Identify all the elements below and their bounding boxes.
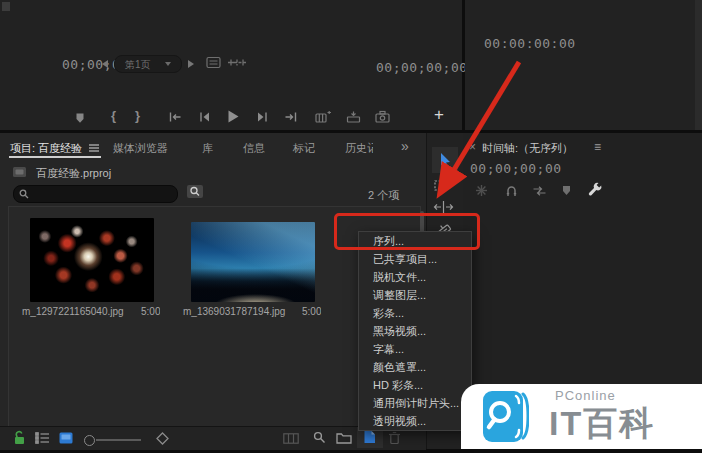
watermark-title: IT百科 [549,401,655,447]
tab-project[interactable]: 项目: 百度经验 [10,141,82,156]
delete-icon[interactable] [388,431,401,445]
menu-item-hd-bars[interactable]: HD 彩条... [359,376,471,394]
clip-duration: 5:00 [302,306,321,317]
play-icon[interactable] [226,109,240,124]
overwrite-icon[interactable] [346,111,361,123]
search-bin-icon[interactable] [186,184,204,199]
next-page-icon[interactable] [188,60,194,68]
close-panel-icon[interactable]: × [469,140,476,154]
zoom-slider-track[interactable] [96,439,141,441]
button-editor-icon[interactable] [228,58,246,67]
chevron-down-icon [165,62,171,66]
timeline-panel-menu-icon[interactable]: ≡ [594,140,601,154]
new-bin-icon[interactable] [336,432,352,444]
tab-history[interactable]: 历史记 [345,141,373,156]
icon-view-icon[interactable] [59,432,73,444]
panel-corner-chip [2,2,10,11]
timeline-marker-icon[interactable] [561,185,572,196]
menu-item-sequence[interactable]: 序列... [359,232,471,250]
automate-to-sequence-icon[interactable] [283,433,299,444]
timeline-settings-wrench-icon[interactable] [587,182,603,198]
monitor-settings-icon[interactable] [206,56,221,69]
active-tab-underline [9,156,101,158]
insert-icon[interactable] [315,111,332,123]
list-view-icon[interactable] [35,432,50,444]
search-box[interactable] [13,185,178,203]
source-monitor-panel: 00;00;00;00 第1页 00;00;00;00 { } [0,0,462,130]
go-to-in-icon[interactable] [168,111,182,123]
button-editor-add-button[interactable]: + [430,105,448,125]
tab-overflow-chevron[interactable]: » [401,138,409,154]
menu-item-transparent-video[interactable]: 透明视频... [359,412,471,430]
menu-item-captions[interactable]: 字幕... [359,340,471,358]
clip-thumbnail-nightsky[interactable] [191,222,315,302]
track-select-tool-icon[interactable] [434,179,454,192]
timeline-timecode[interactable]: 00;00;00;00 [470,161,562,176]
find-icon[interactable] [313,431,326,444]
menu-item-offline-file[interactable]: 脱机文件... [359,268,471,286]
sort-icon[interactable] [156,432,169,445]
premiere-pro-window: 00;00;00;00 第1页 00;00;00;00 { } [0,0,702,453]
clip-duration: 5:00 [141,306,160,317]
program-monitor-panel: 00:00:00:00 [465,0,702,130]
add-marker-icon[interactable] [74,112,86,124]
tab-markers[interactable]: 标记 [293,141,315,156]
search-input[interactable] [32,186,171,202]
snap-magnet-icon[interactable] [505,185,518,197]
page-selector-label: 第1页 [125,58,151,72]
panel-menu-icon[interactable] [89,144,99,152]
timeline-tab-title[interactable]: 时间轴:（无序列） [482,141,573,156]
source-duration-timecode: 00;00;00;00 [376,60,468,75]
mark-in-icon[interactable]: { [111,108,116,123]
panel-edge [695,0,702,130]
selection-tool-button[interactable] [432,147,458,173]
timeline-display-settings-icon[interactable] [475,184,488,197]
mark-out-icon[interactable]: } [135,108,140,123]
tab-libraries[interactable]: 库 [202,141,213,156]
bin-icon [12,166,27,178]
export-frame-icon[interactable] [375,110,390,123]
tab-media-browser[interactable]: 媒体浏览器 [113,141,168,156]
page-selector[interactable]: 第1页 [114,55,182,73]
zoom-slider-handle[interactable] [84,435,95,446]
bin-name[interactable]: 百度经验.prproj [36,166,111,181]
ripple-edit-tool-icon[interactable] [433,200,454,214]
step-back-icon[interactable] [198,111,211,123]
new-item-icon [363,430,376,444]
menu-item-adjustment-layer[interactable]: 调整图层... [359,286,471,304]
go-to-out-icon[interactable] [284,111,298,123]
menu-item-universal-counting-leader[interactable]: 通用倒计时片头... [359,394,471,412]
new-item-context-menu: 序列... 已共享项目... 脱机文件... 调整图层... 彩条... 黑场视… [358,231,472,431]
watermark-logo-icon [483,390,529,443]
program-timecode: 00:00:00:00 [484,36,576,51]
menu-item-shared-project[interactable]: 已共享项目... [359,250,471,268]
tab-info[interactable]: 信息 [243,141,265,156]
search-icon [19,189,29,199]
clip-thumbnail-fireworks[interactable] [30,218,154,302]
menu-item-black-video[interactable]: 黑场视频... [359,322,471,340]
menu-item-color-matte[interactable]: 颜色遮罩... [359,358,471,376]
clip-filename[interactable]: m_1297221165040.jpg [22,306,140,317]
previous-page-icon[interactable] [102,60,108,68]
item-count: 2 个项 [368,188,399,203]
selection-tool-icon [438,152,453,168]
watermark: PConline IT百科 [461,384,702,449]
menu-item-bars-and-tone[interactable]: 彩条... [359,304,471,322]
clip-filename[interactable]: m_1369031787194.jpg [183,306,299,317]
step-forward-icon[interactable] [256,111,269,123]
project-writable-lock-icon[interactable] [13,430,26,445]
linked-selection-icon[interactable] [532,185,547,197]
